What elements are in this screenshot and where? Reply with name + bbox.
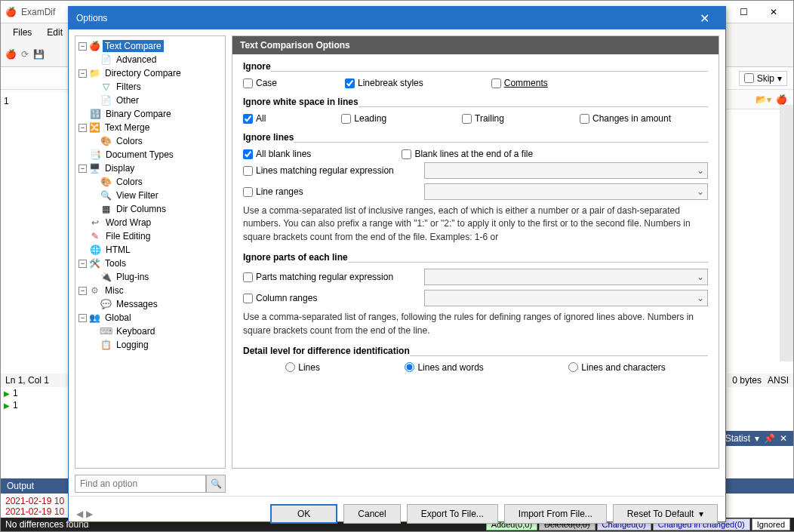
checkbox-blank-lines[interactable]: All blank lines — [243, 149, 311, 159]
tree-logging[interactable]: Logging — [114, 339, 151, 351]
tree-binary[interactable]: Binary Compare — [103, 108, 174, 120]
filter-icon: ▽ — [100, 81, 112, 92]
diff-number: 1 — [13, 388, 18, 398]
import-button[interactable]: Import From File... — [504, 504, 607, 524]
skip-label: Skip — [757, 73, 774, 84]
collapse-icon[interactable]: − — [78, 69, 87, 78]
save-icon[interactable]: 💾 — [33, 49, 45, 60]
pin-icon[interactable]: 📌 — [764, 433, 775, 444]
collapse-icon[interactable]: − — [78, 260, 87, 268]
edit-icon: ✎ — [89, 231, 101, 241]
tree-other[interactable]: Other — [114, 94, 141, 106]
chevron-down-icon: ⌄ — [697, 293, 704, 303]
checkbox-column-ranges[interactable]: Column ranges — [243, 293, 417, 303]
tree-colors[interactable]: Colors — [114, 135, 145, 147]
tree-display[interactable]: Display — [103, 162, 137, 174]
checkbox-regex-parts[interactable]: Parts matching regular expression — [243, 272, 417, 282]
statistics-panel[interactable]: Statist ▾ 📌 ✕ — [719, 431, 793, 446]
diff-marker[interactable]: ▶1 — [1, 399, 69, 411]
plug-icon: 🔌 — [100, 272, 112, 282]
collapse-icon[interactable]: − — [78, 124, 87, 132]
forward-button[interactable]: ▶ — [86, 509, 93, 519]
bytes-label: 0 bytes — [732, 375, 762, 386]
display-icon: 🖥️ — [88, 163, 100, 174]
menu-edit[interactable]: Edit — [39, 25, 70, 40]
checkbox-all[interactable]: All — [243, 113, 266, 124]
tree-plugins[interactable]: Plug-ins — [114, 271, 151, 283]
tools-icon: 🛠️ — [88, 258, 100, 269]
diff-number: 1 — [13, 400, 18, 411]
tree-merge[interactable]: Text Merge — [103, 121, 152, 134]
ok-button[interactable]: OK — [270, 504, 337, 524]
checkbox-leading[interactable]: Leading — [341, 113, 386, 124]
diff-markers: ▶1 ▶1 — [1, 387, 69, 411]
regex-parts-combo[interactable]: ⌄ — [424, 269, 708, 285]
reset-button[interactable]: Reset To Default ▾ — [613, 504, 718, 524]
chevron-down-icon: ▾ — [777, 73, 782, 84]
page-icon: 📄 — [100, 95, 112, 106]
dialog-close-button[interactable]: ✕ — [691, 9, 718, 27]
refresh-icon[interactable]: ⟳ — [21, 49, 29, 60]
diff-marker[interactable]: ▶1 — [1, 387, 69, 399]
radio-lines-chars[interactable]: Lines and characters — [568, 362, 665, 373]
scrollbar[interactable] — [780, 105, 793, 361]
line-ranges-combo[interactable]: ⌄ — [424, 183, 708, 200]
skip-checkbox[interactable] — [744, 73, 754, 83]
collapse-icon[interactable]: − — [78, 287, 87, 295]
back-button[interactable]: ◀ — [76, 509, 83, 519]
tree-dircols[interactable]: Dir Columns — [114, 203, 168, 215]
checkbox-line-ranges[interactable]: Line ranges — [243, 186, 417, 197]
radio-lines-words[interactable]: Lines and words — [405, 362, 483, 373]
tree-text-compare[interactable]: Text Compare — [103, 40, 164, 52]
maximize-button[interactable]: ☐ — [728, 2, 759, 23]
tree-viewfilter[interactable]: View Filter — [114, 189, 161, 201]
tree-keyboard[interactable]: Keyboard — [114, 325, 157, 337]
checkbox-case[interactable]: Case — [243, 78, 277, 88]
palette-icon: 🎨 — [100, 177, 112, 187]
search-input[interactable] — [75, 475, 206, 493]
tree-misc[interactable]: Misc — [103, 284, 126, 297]
tree-wordwrap[interactable]: Word Wrap — [103, 217, 153, 229]
app-icon: 🍎 — [5, 7, 17, 17]
collapse-icon[interactable]: − — [78, 314, 87, 322]
tree-colors[interactable]: Colors — [114, 176, 145, 188]
left-pane: 1 — [1, 93, 69, 372]
close-icon[interactable]: ✕ — [780, 433, 787, 444]
folder-icon[interactable]: 📂▾ — [756, 94, 771, 105]
regex-lines-combo[interactable]: ⌄ — [424, 162, 708, 179]
line-number: 1 — [4, 96, 66, 106]
collapse-icon[interactable]: − — [78, 165, 87, 173]
status-right: 0 bytes ANSI — [728, 374, 793, 387]
column-ranges-combo[interactable]: ⌄ — [424, 290, 708, 306]
tree-fileedit[interactable]: File Editing — [103, 230, 152, 242]
compare-icon[interactable]: 🍎 — [5, 49, 17, 60]
tree-filters[interactable]: Filters — [114, 81, 143, 93]
tree-doctypes[interactable]: Document Types — [103, 149, 176, 161]
tree-dir-compare[interactable]: Directory Compare — [103, 67, 183, 79]
html-icon: 🌐 — [89, 244, 101, 255]
tree-tools[interactable]: Tools — [103, 257, 128, 269]
checkbox-linebreak[interactable]: Linebreak styles — [345, 78, 423, 88]
checkbox-regex-lines[interactable]: Lines matching regular expression — [243, 165, 417, 176]
hint-line-ranges: Use a comma-separated list of inclusive … — [243, 204, 708, 244]
export-button[interactable]: Export To File... — [407, 504, 498, 524]
options-tree[interactable]: −🍎Text Compare 📄Advanced −📁Directory Com… — [75, 35, 226, 469]
radio-lines[interactable]: Lines — [285, 362, 320, 373]
search-button[interactable]: 🔍 — [206, 475, 226, 493]
content-header: Text Comparison Options — [232, 36, 719, 54]
menu-files[interactable]: Files — [5, 25, 39, 40]
skip-dropdown[interactable]: Skip ▾ — [739, 71, 787, 86]
section-whitespace: Ignore white space in lines — [243, 97, 359, 107]
tree-html[interactable]: HTML — [103, 244, 133, 256]
cancel-button[interactable]: Cancel — [343, 504, 400, 524]
tree-advanced[interactable]: Advanced — [114, 54, 158, 66]
tree-global[interactable]: Global — [103, 312, 134, 324]
tree-messages[interactable]: Messages — [114, 298, 160, 310]
checkbox-trailing[interactable]: Trailing — [462, 113, 504, 124]
collapse-icon[interactable]: − — [78, 42, 87, 51]
close-button[interactable]: ✕ — [759, 2, 789, 23]
apple-icon[interactable]: 🍎 — [776, 94, 787, 105]
checkbox-blank-end[interactable]: Blank lines at the end of a file — [402, 149, 533, 159]
checkbox-comments[interactable]: Comments — [491, 78, 548, 88]
checkbox-changes-amount[interactable]: Changes in amount — [580, 113, 671, 124]
